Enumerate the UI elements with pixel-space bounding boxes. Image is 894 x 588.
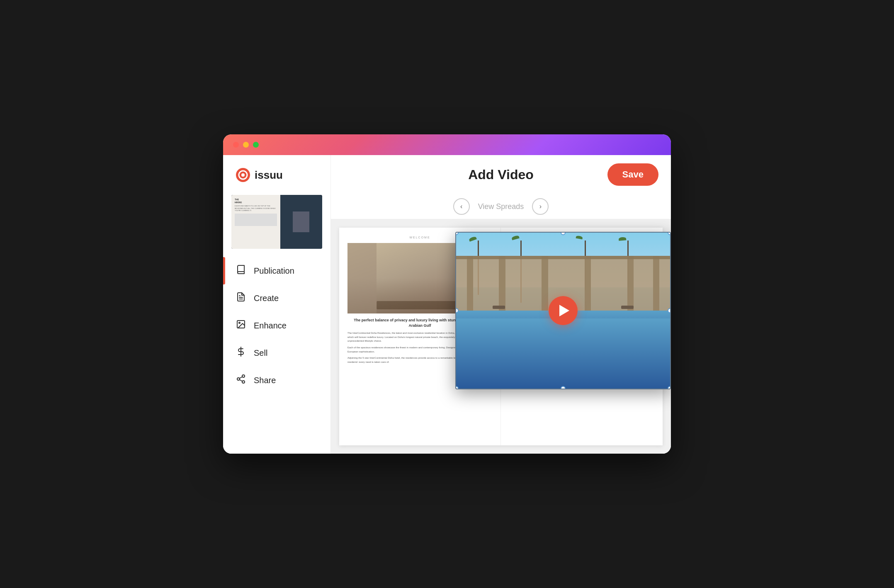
editor-title: Add Video [448, 167, 553, 182]
logo-text: issuu [255, 169, 283, 182]
sidebar-item-publication[interactable]: Publication [223, 257, 330, 284]
share-icon [236, 374, 246, 386]
resize-handle-bottom-middle[interactable] [561, 386, 566, 389]
sidebar: issuu THEHIKING EVERYONE WANTS TO LIVE O… [223, 155, 331, 454]
app-content: issuu THEHIKING EVERYONE WANTS TO LIVE O… [223, 155, 671, 454]
svg-point-2 [241, 173, 245, 177]
traffic-light-minimize[interactable] [243, 142, 249, 148]
sidebar-label-enhance: Enhance [254, 321, 287, 330]
resize-handle-bottom-right[interactable] [668, 386, 671, 389]
publication-thumbnail[interactable]: THEHIKING EVERYONE WANTS TO LIVE ON TOP … [223, 195, 330, 257]
sidebar-item-create[interactable]: Create [223, 284, 330, 312]
cursor-arrow-icon [670, 379, 671, 389]
save-button[interactable]: Save [607, 163, 658, 186]
sidebar-label-share: Share [254, 376, 276, 385]
prev-page-button[interactable]: ‹ [453, 198, 470, 215]
play-triangle-icon [559, 305, 569, 316]
video-overlay[interactable] [455, 232, 671, 389]
resize-handle-middle-right[interactable] [668, 308, 671, 313]
play-button[interactable] [549, 296, 578, 325]
svg-line-12 [240, 377, 243, 379]
sidebar-label-sell: Sell [254, 348, 267, 358]
svg-line-11 [240, 380, 243, 381]
logo: issuu [223, 163, 330, 195]
traffic-light-maximize[interactable] [253, 142, 259, 148]
sidebar-item-enhance[interactable]: Enhance [223, 312, 330, 339]
sidebar-label-publication: Publication [254, 266, 294, 276]
editor-area: WELCOME The perfect balance of privacy a… [331, 219, 671, 454]
sell-icon [236, 347, 246, 359]
enhance-icon [236, 319, 246, 332]
create-icon [236, 292, 246, 304]
sidebar-item-sell[interactable]: Sell [223, 339, 330, 367]
traffic-light-close[interactable] [233, 142, 239, 148]
editor-header: Add Video Save [331, 155, 671, 194]
video-pool-scene [456, 233, 670, 389]
browser-titlebar [223, 134, 671, 155]
next-icon: › [539, 203, 542, 210]
view-spreads-label: View Spreads [478, 202, 524, 211]
svg-point-6 [239, 322, 240, 323]
sidebar-item-share[interactable]: Share [223, 367, 330, 394]
issuu-logo-icon [236, 168, 250, 182]
browser-window: issuu THEHIKING EVERYONE WANTS TO LIVE O… [223, 134, 671, 454]
next-page-button[interactable]: › [532, 198, 549, 215]
book-icon [236, 265, 246, 277]
nav-items: Publication Create [223, 257, 330, 445]
prev-icon: ‹ [460, 203, 462, 210]
sidebar-label-create: Create [254, 294, 279, 303]
main-content: Add Video Save ‹ View Spreads › [331, 155, 671, 454]
